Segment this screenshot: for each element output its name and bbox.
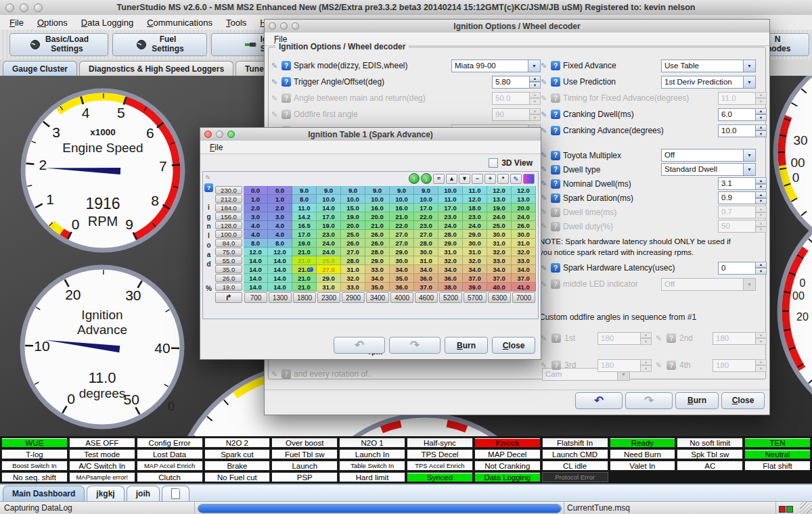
table-cell[interactable]: 32.0 <box>463 256 487 265</box>
table-cell[interactable]: 14.0 <box>244 256 268 265</box>
spinner-value[interactable]: 3.1 <box>718 177 756 190</box>
table-cell[interactable]: 16.0 <box>365 204 390 212</box>
spinner-down-icon[interactable]: ▼ <box>756 198 767 205</box>
load-axis-button[interactable]: 19.0 <box>215 283 242 291</box>
spinner-value[interactable]: 10.0 <box>718 124 756 137</box>
spinner-value[interactable]: 5.80 <box>492 76 530 89</box>
table-cell[interactable]: 30.0 <box>463 239 487 248</box>
table-cell[interactable]: 20.0 <box>512 204 536 212</box>
use-prediction-select[interactable]: 1st Deriv Prediction▼ <box>661 76 756 89</box>
rpm-axis-button[interactable]: 1300 <box>269 292 292 303</box>
help-icon[interactable]: ? <box>551 208 560 217</box>
table-cell[interactable]: 19.0 <box>487 204 512 212</box>
load-axis-button[interactable]: 26.0 <box>215 274 242 282</box>
table-cell[interactable]: 17.0 <box>292 230 317 239</box>
rpm-axis-button[interactable]: 5700 <box>464 292 487 303</box>
table-cell[interactable]: 34.0 <box>512 265 536 274</box>
table-cell[interactable]: 2.0 <box>244 204 268 212</box>
table-cell[interactable]: 32.0 <box>341 274 365 283</box>
help-icon[interactable]: ? <box>551 151 560 160</box>
help-icon[interactable]: ? <box>551 222 560 231</box>
table-cell[interactable]: 23.0 <box>317 230 341 239</box>
table-cell[interactable]: 32.0 <box>487 248 512 256</box>
rpm-axis-button[interactable]: 4000 <box>390 292 413 303</box>
table-cell[interactable]: 34.0 <box>390 265 414 274</box>
table-cell[interactable]: 31.0 <box>438 248 463 256</box>
table-cell[interactable]: 24.0 <box>512 212 536 221</box>
chevron-down-icon[interactable]: ▼ <box>743 60 755 72</box>
table-cell[interactable]: 11.0 <box>438 195 463 204</box>
table-cell[interactable]: 0.0 <box>244 186 268 195</box>
spinner-up-icon[interactable]: ▲ <box>756 191 767 198</box>
table-cell[interactable]: 9.0 <box>317 186 341 195</box>
load-axis-button[interactable]: 230.0 <box>215 186 242 194</box>
table-cell[interactable]: 9.0 <box>365 186 390 195</box>
minus-icon[interactable]: − <box>472 174 483 184</box>
table-cell[interactable]: 30.0 <box>414 248 438 256</box>
table-cell[interactable]: 27.0 <box>317 265 341 274</box>
table-cell[interactable]: 14.0 <box>244 283 268 291</box>
table-cell[interactable]: 28.0 <box>341 256 365 265</box>
scale-icon[interactable]: * <box>497 174 509 184</box>
table-cell[interactable]: 8.0 <box>292 195 317 204</box>
table-cell[interactable]: 10.0 <box>438 186 463 195</box>
help-icon[interactable]: ? <box>281 110 291 119</box>
table-cell[interactable]: 36.0 <box>390 283 414 291</box>
table-cell[interactable]: 26.0 <box>512 221 536 230</box>
table-cell[interactable]: 29.0 <box>463 230 487 239</box>
spinner-down-icon[interactable]: ▼ <box>756 184 767 191</box>
table-cell[interactable]: 23.0 <box>463 212 487 221</box>
table-cell[interactable]: 28.0 <box>438 230 463 239</box>
table-cell[interactable]: 3.0 <box>268 212 292 221</box>
table-cell[interactable]: 24.0 <box>317 248 341 256</box>
rpm-axis-button[interactable]: 4600 <box>415 292 438 303</box>
table-cell[interactable]: 17.0 <box>414 204 438 212</box>
spinner-value[interactable]: 0.9 <box>718 191 756 204</box>
rpm-axis-button[interactable]: 2300 <box>317 292 340 303</box>
spinner-up-icon[interactable]: ▲ <box>756 177 767 184</box>
table-cell[interactable]: 21.0 <box>292 256 317 265</box>
table-cell[interactable]: 27.0 <box>390 239 414 248</box>
table-cell[interactable]: 29.0 <box>317 274 341 283</box>
table-cell[interactable]: 36.0 <box>438 274 463 283</box>
tab-diagnostics-high-speed-loggers[interactable]: Diagnostics & High Speed Loggers <box>79 61 233 76</box>
spinner-up-icon[interactable]: ▲ <box>756 108 767 115</box>
table-cell[interactable]: 31.0 <box>341 265 365 274</box>
table-cell[interactable]: 19.0 <box>341 212 365 221</box>
table-cell[interactable]: 21.0 <box>292 265 317 274</box>
rpm-axis-button[interactable]: 2900 <box>342 292 365 303</box>
undo-button[interactable]: ↶ <box>334 337 385 354</box>
table-cell[interactable]: 14.0 <box>268 265 292 274</box>
table-cell[interactable]: 19.0 <box>317 221 341 230</box>
resize-grip[interactable] <box>800 502 812 514</box>
rpm-axis-button[interactable]: 1800 <box>293 292 316 303</box>
table-cell[interactable]: 21.0 <box>292 283 317 291</box>
spark-hardware-latency-usec-spinner[interactable]: 0▲▼ <box>718 262 767 275</box>
table-cell[interactable]: 32.0 <box>438 256 463 265</box>
decrement-icon[interactable]: ▼ <box>459 174 470 184</box>
load-axis-button[interactable]: 156.0 <box>215 212 242 220</box>
table-cell[interactable]: 1.0 <box>244 195 268 204</box>
close-button[interactable]: Close <box>721 392 765 409</box>
table-cell[interactable]: 31.0 <box>317 283 341 291</box>
help-icon[interactable]: ? <box>551 279 560 289</box>
table-cell[interactable]: 29.0 <box>438 239 463 248</box>
nominal-dwell-ms-spinner[interactable]: 3.1▲▼ <box>718 177 767 190</box>
help-icon[interactable]: ? <box>281 77 291 87</box>
redo-button[interactable]: ↷ <box>625 392 673 409</box>
table-cell[interactable]: 9.0 <box>414 186 438 195</box>
close-window-icon[interactable] <box>269 22 276 30</box>
table-cell[interactable]: 9.0 <box>390 186 414 195</box>
table-cell[interactable]: 14.0 <box>317 204 341 212</box>
table-cell[interactable]: 24.0 <box>438 221 463 230</box>
table-cell[interactable]: 33.0 <box>341 283 365 291</box>
chevron-down-icon[interactable]: ▼ <box>743 149 755 161</box>
table-cell[interactable]: 10.0 <box>341 195 365 204</box>
menu-options[interactable]: Options <box>30 16 74 29</box>
table-cell[interactable]: 37.0 <box>414 283 438 291</box>
table-cell[interactable]: 27.0 <box>414 230 438 239</box>
table-cell[interactable]: 12.0 <box>512 186 536 195</box>
menu-tools[interactable]: Tools <box>219 16 253 29</box>
table-cell[interactable]: 22.0 <box>390 221 414 230</box>
dwell-type-select[interactable]: Standard Dwell▼ <box>661 163 756 176</box>
